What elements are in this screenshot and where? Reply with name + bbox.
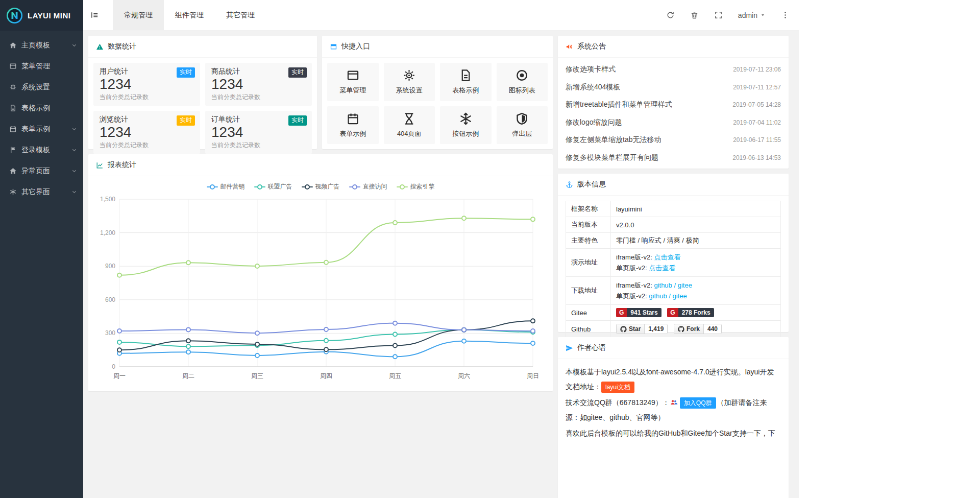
legend-item[interactable]: 联盟广告 <box>254 182 292 191</box>
sidebar-item-home-templates[interactable]: 主页模板 <box>0 35 83 56</box>
join-qq-group-badge[interactable]: 加入QQ群 <box>680 397 716 409</box>
version-table: 框架名称 layuimini 当前版本 v2.0.0 主要特色 零门槛 / 响应… <box>566 201 781 338</box>
legend-item[interactable]: 邮件营销 <box>207 182 245 191</box>
notice-item[interactable]: 修复左侧菜单缩放tab无法移动 2019-06-17 11:55 <box>566 131 781 149</box>
download-github-link[interactable]: github <box>649 292 667 300</box>
author-paragraph: 技术交流QQ群（667813249）：加入QQ群（加群请备注来源：如gitee、… <box>566 395 781 425</box>
quick-item-buttons[interactable]: 按钮示例 <box>440 106 492 145</box>
notice-panel: 系统公告 修改选项卡样式 2019-07-11 23:06 新增系统404模板 … <box>558 36 789 169</box>
github-fork-count: 440 <box>703 324 721 334</box>
legend-item[interactable]: 搜索引擎 <box>397 182 435 191</box>
panel-title: 作者心语 <box>577 343 606 352</box>
gitee-stars-badge[interactable]: G941 Stars <box>616 308 662 317</box>
author-panel-header: 作者心语 <box>558 337 789 359</box>
quick-item-menu[interactable]: 菜单管理 <box>327 63 379 101</box>
sidebar-item-table-demo[interactable]: 表格示例 <box>0 98 83 118</box>
quick-item-form[interactable]: 表单示例 <box>327 106 379 145</box>
clear-cache-button[interactable] <box>690 11 699 19</box>
header-actions: admin <box>666 0 799 30</box>
gitee-logo: G <box>616 308 627 317</box>
download-prefix: iframe版-v2: <box>616 281 654 289</box>
panel-title: 系统公告 <box>577 42 606 51</box>
sidebar-item-error-pages[interactable]: 异常页面 <box>0 160 83 181</box>
quick-item-404[interactable]: 404页面 <box>384 106 435 145</box>
refresh-button[interactable] <box>666 11 675 19</box>
notice-item[interactable]: 修改logo缩放问题 2019-07-04 11:02 <box>566 114 781 132</box>
quick-item-settings[interactable]: 系统设置 <box>384 63 435 101</box>
notice-text: 修改选项卡样式 <box>566 65 616 74</box>
svg-text:周四: 周四 <box>320 372 332 380</box>
sidebar-item-label: 其它界面 <box>21 187 50 197</box>
realtime-badge: 实时 <box>288 67 307 78</box>
tab-general-management[interactable]: 常规管理 <box>113 0 164 30</box>
sidebar-item-other-pages[interactable]: 其它界面 <box>0 181 83 202</box>
sidebar-item-login-templates[interactable]: 登录模板 <box>0 139 83 160</box>
tab-other-management[interactable]: 其它管理 <box>215 0 266 30</box>
header-tabs: 常规管理 组件管理 其它管理 <box>113 0 266 30</box>
chevron-down-icon <box>71 168 77 174</box>
demo-link-iframe[interactable]: 点击查看 <box>654 253 680 261</box>
stat-value: 1234 <box>211 76 306 92</box>
warning-triangle-icon <box>96 43 104 51</box>
legend-marker <box>302 184 313 189</box>
caret-down-icon <box>760 12 766 18</box>
legend-item[interactable]: 视频广告 <box>302 182 340 191</box>
fullscreen-icon <box>714 11 723 19</box>
download-gitee-link[interactable]: gitee <box>678 281 692 289</box>
table-row: Github Star 1,419 Fork 440 <box>566 321 781 338</box>
octocat-icon <box>678 326 684 333</box>
stats-panel: 数据统计 用户统计 1234 当前分类总记录数 实时 商品统计 1 <box>88 36 317 149</box>
notice-text: 新增系统404模板 <box>566 83 620 92</box>
chevron-down-icon <box>71 189 77 195</box>
table-row: 演示地址 iframe版-v2: 点击查看 单页版-v2: 点击查看 <box>566 249 781 277</box>
stats-grid: 用户统计 1234 当前分类总记录数 实时 商品统计 1234 当前分类总记录数… <box>88 58 317 149</box>
layui-doc-badge[interactable]: layui文档 <box>601 382 634 393</box>
version-value: G941 Stars G278 Forks <box>611 305 781 321</box>
tab-label: 常规管理 <box>124 11 153 20</box>
github-fork-badge[interactable]: Fork 440 <box>674 324 722 334</box>
download-github-link[interactable]: github <box>654 281 672 289</box>
notice-item[interactable]: 修复多模块菜单栏展开有问题 2019-06-13 14:53 <box>566 149 781 167</box>
demo-link-spa[interactable]: 点击查看 <box>649 264 675 272</box>
more-menu-button[interactable] <box>781 11 790 19</box>
sidebar-collapse-button[interactable] <box>83 0 106 30</box>
quick-item-label: 系统设置 <box>396 86 423 95</box>
github-star-count: 1,419 <box>644 324 667 334</box>
download-gitee-link[interactable]: gitee <box>673 292 687 300</box>
github-star-badge[interactable]: Star 1,419 <box>616 324 668 334</box>
quick-item-popup[interactable]: 弹出层 <box>497 106 548 145</box>
quick-item-icons[interactable]: 图标列表 <box>497 63 548 101</box>
notice-item[interactable]: 修改选项卡样式 2019-07-11 23:06 <box>566 61 781 79</box>
tab-label: 组件管理 <box>175 11 204 20</box>
notice-item[interactable]: 新增treetable插件和菜单管理样式 2019-07-05 14:28 <box>566 96 781 114</box>
author-body: 本模板基于layui2.5.4以及font-awesome-4.7.0进行实现。… <box>558 359 789 446</box>
table-row: 当前版本 v2.0.0 <box>566 217 781 233</box>
fullscreen-button[interactable] <box>714 11 723 19</box>
quick-item-table[interactable]: 表格示例 <box>440 63 492 101</box>
author-text: 本模板基于layui2.5.4以及font-awesome-4.7.0进行实现。… <box>566 368 774 391</box>
svg-text:900: 900 <box>105 263 115 270</box>
version-key: Github <box>566 321 611 338</box>
version-key: Gitee <box>566 305 611 321</box>
anchor-icon <box>566 181 573 188</box>
sidebar-item-system-settings[interactable]: 系统设置 <box>0 77 83 98</box>
gitee-logo: G <box>667 308 678 317</box>
tab-component-management[interactable]: 组件管理 <box>164 0 215 30</box>
legend-item[interactable]: 直接访问 <box>349 182 387 191</box>
stat-card-users: 用户统计 1234 当前分类总记录数 实时 <box>93 63 200 106</box>
legend-label: 搜索引擎 <box>410 182 435 191</box>
notice-text: 修复多模块菜单栏展开有问题 <box>566 153 658 162</box>
sidebar-item-form-demo[interactable]: 表单示例 <box>0 118 83 139</box>
stat-card-orders: 订单统计 1234 当前分类总记录数 实时 <box>205 111 312 154</box>
notice-item[interactable]: 新增系统404模板 2019-07-11 12:57 <box>566 79 781 97</box>
quick-item-label: 菜单管理 <box>339 86 366 95</box>
sidebar-item-menu-management[interactable]: 菜单管理 <box>0 56 83 77</box>
legend-marker <box>254 184 265 189</box>
gitee-stars-count: 941 Stars <box>627 308 661 317</box>
user-menu[interactable]: admin <box>738 11 766 19</box>
stat-card-views: 浏览统计 1234 当前分类总记录数 实时 <box>93 111 200 154</box>
logo-text: LAYUI MINI <box>28 11 70 20</box>
author-panel: 作者心语 本模板基于layui2.5.4以及font-awesome-4.7.0… <box>558 337 789 498</box>
gitee-forks-badge[interactable]: G278 Forks <box>667 308 714 317</box>
logo[interactable]: LAYUI MINI <box>0 0 83 31</box>
